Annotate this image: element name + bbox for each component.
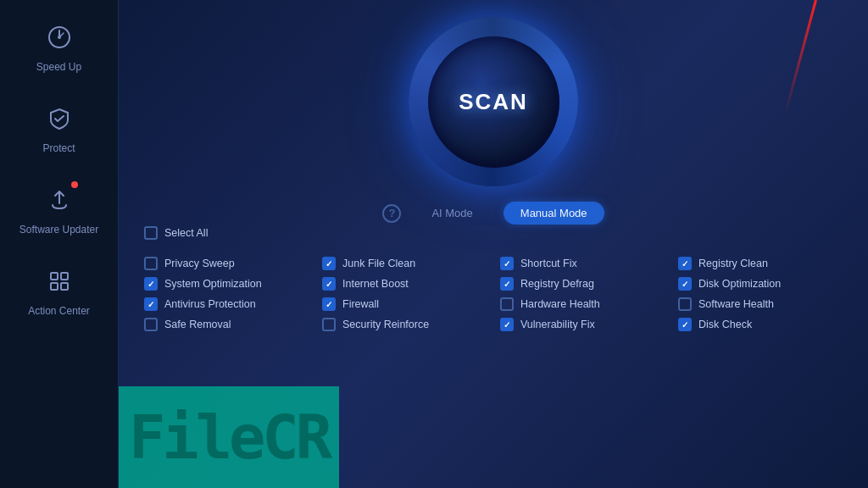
- sidebar-item-action-center[interactable]: Action Center: [8, 252, 110, 327]
- check-item-firewall[interactable]: Firewall: [322, 297, 492, 311]
- checkbox-shortcut-fix[interactable]: [500, 257, 514, 270]
- manual-mode-tab[interactable]: Manual Mode: [504, 202, 604, 225]
- svg-rect-4: [51, 283, 58, 290]
- scan-area: SCAN: [409, 17, 578, 186]
- check-label-safe-removal: Safe Removal: [164, 319, 231, 330]
- speed-up-icon: [41, 19, 78, 56]
- check-item-disk-optimization[interactable]: Disk Optimization: [678, 277, 848, 291]
- checkbox-system-optimization[interactable]: [144, 277, 158, 291]
- check-item-software-health[interactable]: Software Health: [678, 297, 848, 311]
- check-item-system-optimization[interactable]: System Optimization: [144, 277, 314, 291]
- check-label-disk-check: Disk Check: [698, 319, 752, 330]
- sidebar: Speed Up Protect Software Updater Action…: [0, 0, 119, 488]
- scan-ring-outer: SCAN: [409, 17, 578, 186]
- check-label-registry-defrag: Registry Defrag: [520, 278, 594, 290]
- checkbox-software-health[interactable]: [678, 297, 692, 311]
- check-item-security-reinforce[interactable]: Security Reinforce: [322, 318, 492, 331]
- checkbox-security-reinforce[interactable]: [322, 318, 336, 331]
- checkbox-privacy-sweep[interactable]: [144, 257, 158, 270]
- svg-rect-2: [51, 273, 58, 280]
- checkbox-firewall[interactable]: [322, 297, 336, 311]
- select-all-row: Select All: [119, 225, 868, 245]
- check-label-firewall: Firewall: [342, 298, 379, 310]
- checkbox-hardware-health[interactable]: [500, 297, 514, 311]
- check-label-shortcut-fix: Shortcut Fix: [520, 258, 577, 269]
- check-label-security-reinforce: Security Reinforce: [342, 319, 429, 330]
- checkbox-antivirus-protection[interactable]: [144, 297, 158, 311]
- sidebar-item-speed-up[interactable]: Speed Up: [8, 8, 110, 83]
- check-label-junk-file-clean: Junk File Clean: [342, 258, 415, 269]
- check-item-hardware-health[interactable]: Hardware Health: [500, 297, 670, 311]
- check-label-software-health: Software Health: [698, 298, 774, 310]
- main-content: SCAN ? AI Mode Manual Mode Select All Pr…: [119, 0, 868, 488]
- svg-point-1: [58, 36, 61, 39]
- checkbox-vulnerability-fix[interactable]: [500, 318, 514, 331]
- checkbox-registry-clean[interactable]: [678, 257, 692, 270]
- checkbox-internet-boost[interactable]: [322, 277, 336, 291]
- check-item-shortcut-fix[interactable]: Shortcut Fix: [500, 257, 670, 270]
- check-item-registry-clean[interactable]: Registry Clean: [678, 257, 848, 270]
- check-item-vulnerability-fix[interactable]: Vulnerability Fix: [500, 318, 670, 331]
- scan-label: SCAN: [459, 89, 528, 115]
- mode-selector: ? AI Mode Manual Mode: [382, 202, 604, 225]
- checkbox-safe-removal[interactable]: [144, 318, 158, 331]
- check-label-hardware-health: Hardware Health: [520, 298, 600, 310]
- check-item-registry-defrag[interactable]: Registry Defrag: [500, 277, 670, 291]
- watermark: FileCR: [119, 386, 339, 488]
- select-all-checkbox[interactable]: [144, 226, 158, 240]
- ai-mode-tab[interactable]: AI Mode: [415, 202, 489, 225]
- check-label-vulnerability-fix: Vulnerability Fix: [520, 319, 595, 330]
- check-item-safe-removal[interactable]: Safe Removal: [144, 318, 314, 331]
- checkbox-disk-check[interactable]: [678, 318, 692, 331]
- action-center-icon: [41, 263, 78, 300]
- check-label-disk-optimization: Disk Optimization: [698, 278, 781, 290]
- check-item-antivirus-protection[interactable]: Antivirus Protection: [144, 297, 314, 311]
- check-item-internet-boost[interactable]: Internet Boost: [322, 277, 492, 291]
- checkbox-registry-defrag[interactable]: [500, 277, 514, 291]
- select-all-label: Select All: [164, 227, 208, 239]
- action-center-label: Action Center: [28, 305, 90, 317]
- speed-up-label: Speed Up: [36, 61, 81, 73]
- protect-label: Protect: [42, 142, 75, 154]
- scan-button[interactable]: SCAN: [428, 36, 559, 168]
- check-item-privacy-sweep[interactable]: Privacy Sweep: [144, 257, 314, 270]
- check-label-system-optimization: System Optimization: [164, 278, 262, 290]
- options-grid: Privacy SweepJunk File CleanShortcut Fix…: [119, 248, 868, 340]
- sidebar-item-protect[interactable]: Protect: [8, 90, 110, 164]
- check-label-internet-boost: Internet Boost: [342, 278, 409, 290]
- check-item-junk-file-clean[interactable]: Junk File Clean: [322, 257, 492, 270]
- checkbox-disk-optimization[interactable]: [678, 277, 692, 291]
- check-item-disk-check[interactable]: Disk Check: [678, 318, 848, 331]
- svg-rect-3: [61, 273, 68, 280]
- decorative-line: [784, 0, 817, 115]
- check-label-registry-clean: Registry Clean: [698, 258, 768, 269]
- help-icon[interactable]: ?: [382, 204, 401, 223]
- checkbox-junk-file-clean[interactable]: [322, 257, 336, 270]
- svg-rect-5: [61, 283, 68, 290]
- software-updater-label: Software Updater: [19, 224, 98, 236]
- sidebar-item-software-updater[interactable]: Software Updater: [8, 171, 110, 246]
- protect-icon: [41, 100, 78, 137]
- software-updater-icon: [41, 181, 78, 219]
- check-label-privacy-sweep: Privacy Sweep: [164, 258, 235, 269]
- check-label-antivirus-protection: Antivirus Protection: [164, 298, 256, 310]
